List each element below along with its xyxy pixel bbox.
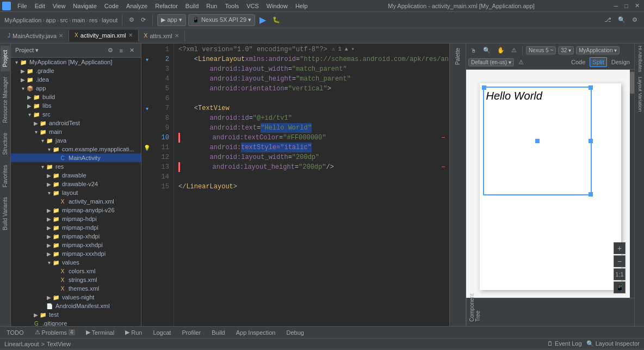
fold-arrow-2[interactable]: ▾ <box>146 57 148 63</box>
project-collapse-btn[interactable]: ≡ <box>117 46 125 55</box>
menu-window[interactable]: Window <box>263 2 291 10</box>
menu-help[interactable]: Help <box>292 2 311 10</box>
tree-mipmap-xhdpi[interactable]: ▶ 📁 mipmap-xhdpi <box>11 232 141 241</box>
design-canvas[interactable]: Hello World + − 1:1 <box>466 70 634 298</box>
project-hide-btn[interactable]: ✕ <box>127 46 137 55</box>
menu-vcs[interactable]: VCS <box>243 2 262 10</box>
tree-drawable[interactable]: ▶ 📁 drawable <box>11 171 141 180</box>
menu-view[interactable]: View <box>49 2 69 10</box>
menu-navigate[interactable]: Navigate <box>70 2 100 10</box>
tab-mainactivity-close[interactable]: ✕ <box>59 33 63 39</box>
code-content[interactable]: <?xml version="1.0" encoding="utf-8"?>⚠ … <box>174 44 449 326</box>
tree-values-night[interactable]: ▶ 📁 values-night <box>11 293 141 302</box>
preview-warn2-btn[interactable]: ⚠ <box>516 58 526 67</box>
tab-activity-main-xml[interactable]: X activity_main.xml ✕ <box>69 30 138 42</box>
tree-values[interactable]: ▾ 📁 values <box>11 258 141 267</box>
breadcrumb-layout[interactable]: layout <box>102 17 117 23</box>
tree-java[interactable]: ▾ 📁 java <box>11 136 141 145</box>
tab-attrs-xml[interactable]: X attrs.xml ✕ <box>139 30 185 41</box>
menu-run[interactable]: Run <box>203 2 220 10</box>
split-view-btn[interactable]: Split <box>590 57 606 67</box>
preview-hand-btn[interactable]: ✋ <box>495 46 507 55</box>
menu-tools[interactable]: Tools <box>221 2 242 10</box>
tree-colors-xml[interactable]: X colors.xml <box>11 267 141 275</box>
maximize-btn[interactable]: □ <box>622 1 630 10</box>
tree-test[interactable]: ▶ 📁 test <box>11 310 141 319</box>
api-dropdown[interactable]: 32 ▾ <box>558 46 574 54</box>
design-view-btn[interactable]: Design <box>609 57 632 67</box>
status-event-log[interactable]: 🗒 Event Log <box>547 340 582 347</box>
zoom-fit-btn[interactable]: 1:1 <box>614 268 626 280</box>
zoom-in-btn[interactable]: + <box>614 242 626 254</box>
toolbar-build-variants[interactable]: ⚙ <box>127 15 137 24</box>
toolbar-sync[interactable]: ⟳ <box>139 15 148 24</box>
tree-res[interactable]: ▾ 📁 res <box>11 162 141 171</box>
bottom-tab-run[interactable]: ▶ Run <box>121 328 146 337</box>
tab-attrs-close[interactable]: ✕ <box>175 33 179 39</box>
zoom-out-btn[interactable]: − <box>614 255 626 267</box>
bulb-icon-11[interactable]: 💡 <box>144 145 150 151</box>
preview-design-mode-btn[interactable]: 🖱 <box>468 46 479 55</box>
bottom-tab-todo[interactable]: TODO <box>2 328 28 337</box>
run-button[interactable]: ▶ <box>257 14 268 26</box>
tree-app[interactable]: ▾ 📦 app <box>11 84 141 93</box>
tab-activity-main-close[interactable]: ✕ <box>128 32 133 38</box>
status-layout-inspector[interactable]: 🔍 Layout Inspector <box>586 340 640 347</box>
tree-drawable-v24[interactable]: ▶ 📁 drawable-v24 <box>11 180 141 188</box>
tree-strings-xml[interactable]: X strings.xml <box>11 275 141 284</box>
git-btn[interactable]: ⎇ <box>602 15 614 24</box>
tree-mipmap-mdpi[interactable]: ▶ 📁 mipmap-mdpi <box>11 223 141 232</box>
menu-analyze[interactable]: Analyze <box>123 2 151 10</box>
preview-warn-btn[interactable]: ⚠ <box>509 46 519 55</box>
bottom-tab-problems[interactable]: ⚠ Problems 4 <box>30 328 79 337</box>
palette-tab[interactable]: Palette <box>453 44 462 69</box>
code-view-btn[interactable]: Code <box>569 57 587 67</box>
tree-mainactivity[interactable]: C MainActivity <box>11 153 141 162</box>
tree-themes-xml[interactable]: X themes.xml <box>11 284 141 293</box>
breadcrumb-app[interactable]: app <box>46 17 55 23</box>
breadcrumb-src[interactable]: src <box>60 17 68 23</box>
sidebar-tab-project[interactable]: Project <box>1 46 10 71</box>
tree-idea[interactable]: ▶ 📁 .idea <box>11 75 141 84</box>
device-dropdown[interactable]: 📱 Nexus 5X API 29 ▾ <box>188 14 255 26</box>
tree-androidtest[interactable]: ▶ 📁 androidTest <box>11 119 141 127</box>
sidebar-tab-structure[interactable]: Structure <box>1 128 10 159</box>
minimize-btn[interactable]: ─ <box>612 1 621 10</box>
tree-gradle[interactable]: ▶ 📁 .gradle <box>11 66 141 75</box>
emulator-btn[interactable]: 📱 <box>614 281 626 293</box>
bottom-tab-logcat[interactable]: Logcat <box>148 328 175 337</box>
close-btn[interactable]: ✕ <box>633 1 642 10</box>
tree-mipmap-hdpi[interactable]: ▶ 📁 mipmap-hdpi <box>11 214 141 223</box>
menu-edit[interactable]: Edit <box>32 2 48 10</box>
tree-main[interactable]: ▾ 📁 main <box>11 127 141 136</box>
preview-zoom-btn[interactable]: 🔍 <box>481 46 493 55</box>
tree-libs[interactable]: ▶ 📁 libs <box>11 101 141 110</box>
attrs-tab-hiattributes[interactable]: Hi Attributes <box>635 44 644 75</box>
menu-code[interactable]: Code <box>101 2 122 10</box>
bottom-tab-debug[interactable]: Debug <box>282 328 308 337</box>
tree-mipmap-xxhdpi[interactable]: ▶ 📁 mipmap-xxhdpi <box>11 241 141 249</box>
tree-mipmap-anydpi[interactable]: ▶ 📁 mipmap-anydpi-v26 <box>11 206 141 214</box>
locale-dropdown[interactable]: Default (en-us) ▾ <box>468 58 514 66</box>
sidebar-tab-build-variants[interactable]: Build Variants <box>1 193 10 235</box>
tree-mipmap-xxxhdpi[interactable]: ▶ 📁 mipmap-xxxhdpi <box>11 249 141 258</box>
tree-package[interactable]: ▾ 📁 com.example.myapplicati... <box>11 145 141 153</box>
tree-build[interactable]: ▶ 📁 build <box>11 93 141 101</box>
breadcrumb-res[interactable]: res <box>89 17 97 23</box>
breadcrumb-linearlayout[interactable]: LinearLayout <box>4 341 39 347</box>
app-config-dropdown[interactable]: ▶ app ▾ <box>157 14 185 26</box>
menu-refactor[interactable]: Refactor <box>152 2 181 10</box>
sidebar-tab-resource[interactable]: Resource Manager <box>1 72 10 127</box>
tree-layout[interactable]: ▾ 📁 layout <box>11 188 141 197</box>
menu-file[interactable]: File <box>14 2 30 10</box>
menu-build[interactable]: Build <box>182 2 202 10</box>
component-tree-tab[interactable]: Component Tree <box>466 298 483 326</box>
attrs-tab-layout[interactable]: Layout Variation <box>635 75 644 114</box>
bottom-tab-profiler[interactable]: Profiler <box>177 328 205 337</box>
tab-mainactivity[interactable]: J MainActivity.java ✕ <box>2 30 69 41</box>
tree-activity-main-xml[interactable]: X activity_main.xml <box>11 197 141 206</box>
nexus-dropdown[interactable]: Nexus 5 ~ <box>526 46 556 54</box>
bottom-tab-terminal[interactable]: ▶ Terminal <box>82 328 119 337</box>
tree-androidmanifest[interactable]: 📄 AndroidManifest.xml <box>11 302 141 310</box>
bottom-tab-appinspection[interactable]: App Inspection <box>232 328 280 337</box>
